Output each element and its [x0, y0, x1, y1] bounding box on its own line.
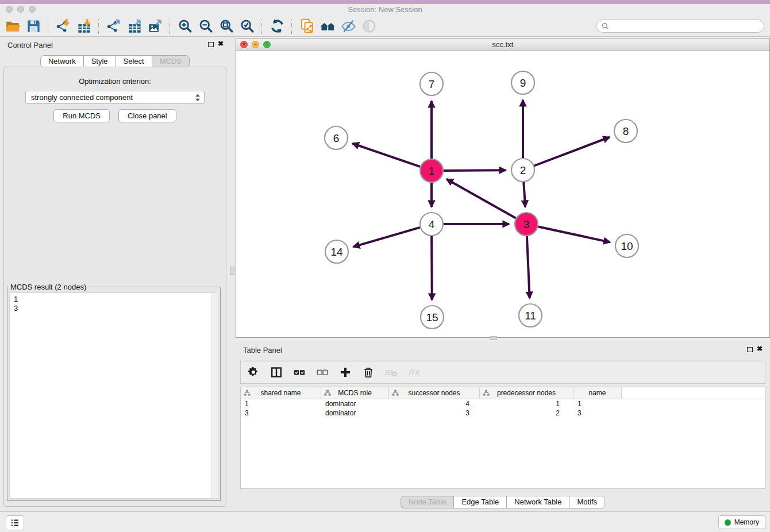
run-mcds-button[interactable]: Run MCDS	[53, 109, 110, 122]
control-panel-tabs: NetworkStyleSelectMCDS	[0, 55, 230, 68]
add-column-icon[interactable]	[338, 365, 352, 379]
import-network-icon[interactable]	[53, 18, 74, 35]
tab-style[interactable]: Style	[83, 55, 116, 68]
column-header-name[interactable]: name	[573, 387, 622, 399]
graph-node-6[interactable]: 6	[325, 126, 348, 149]
select-all-icon[interactable]	[292, 365, 306, 379]
zoom-selected-icon[interactable]	[237, 18, 257, 35]
function-icon[interactable]: f(x)	[407, 365, 421, 379]
svg-text:8: 8	[623, 125, 629, 137]
column-header-MCDS-role[interactable]: MCDS role	[321, 387, 389, 399]
close-panel-icon[interactable]: ✖	[218, 40, 224, 48]
home-icon[interactable]	[317, 18, 338, 35]
copy-view-icon[interactable]	[297, 18, 317, 35]
mcds-result-area[interactable]: 1 3	[9, 292, 218, 499]
export-table-icon[interactable]	[124, 18, 145, 35]
desktop-strip	[0, 0, 770, 4]
graph-node-8[interactable]: 8	[614, 119, 637, 142]
float-table-panel-icon[interactable]	[747, 347, 753, 352]
network-canvas[interactable]: 7968124314101511	[236, 51, 769, 337]
svg-text:4: 4	[429, 218, 435, 230]
refresh-icon[interactable]	[267, 18, 287, 35]
network-view-title: scc.txt	[236, 40, 769, 49]
graph-edge-2-8[interactable]	[534, 137, 610, 166]
svg-text:2: 2	[520, 164, 526, 176]
save-icon[interactable]	[23, 18, 44, 35]
optimization-criterion-select[interactable]: strongly connected component	[25, 91, 205, 104]
search-field[interactable]	[596, 20, 764, 33]
svg-text:14: 14	[330, 246, 343, 258]
result-scrollbar[interactable]	[211, 293, 218, 498]
graph-node-7[interactable]: 7	[420, 72, 443, 95]
toolbar-separator	[261, 19, 263, 34]
column-header-predecessor-nodes[interactable]: predecessor nodes	[480, 387, 573, 399]
show-graphics-icon[interactable]	[359, 18, 379, 35]
export-network-icon[interactable]	[103, 18, 124, 35]
graph-edge-2-3[interactable]	[523, 182, 525, 207]
svg-text:3: 3	[523, 218, 530, 230]
toolbar-separator	[48, 19, 49, 34]
gear-icon[interactable]	[247, 365, 260, 379]
split-columns-icon[interactable]	[270, 365, 283, 379]
graph-node-10[interactable]: 10	[615, 234, 638, 257]
graph-node-15[interactable]: 15	[421, 306, 444, 329]
memory-status-icon	[725, 519, 731, 526]
hide-graphics-icon[interactable]	[338, 18, 359, 35]
search-input[interactable]	[610, 21, 764, 31]
graph-node-9[interactable]: 9	[511, 71, 534, 94]
list-icon	[10, 518, 20, 528]
export-image-icon[interactable]	[145, 18, 165, 35]
tab-network-table[interactable]: Network Table	[506, 496, 569, 508]
column-type-icon	[324, 390, 331, 396]
graph-node-14[interactable]: 14	[325, 240, 348, 263]
horizontal-splitter-handle[interactable]	[490, 336, 497, 340]
main-toolbar	[0, 16, 770, 37]
tab-mcds[interactable]: MCDS	[152, 55, 190, 68]
tab-network[interactable]: Network	[40, 55, 84, 68]
graph-edge-4-14[interactable]	[353, 228, 420, 247]
graph-edge-3-11[interactable]	[527, 236, 530, 298]
mcds-result-title: MCDS result (2 nodes)	[9, 283, 88, 291]
graph-edge-1-6[interactable]	[352, 144, 420, 167]
import-table-icon[interactable]	[74, 18, 94, 35]
tab-edge-table[interactable]: Edge Table	[453, 496, 507, 508]
main-area: Control Panel ✖ NetworkStyleSelectMCDS O…	[0, 37, 770, 511]
zoom-fit-icon[interactable]	[216, 18, 237, 35]
graph-edge-4-15[interactable]	[432, 236, 432, 300]
open-folder-icon[interactable]	[2, 18, 23, 35]
delete-table-icon[interactable]	[384, 365, 398, 379]
graph-node-1[interactable]: 1	[420, 159, 443, 182]
deselect-all-icon[interactable]	[315, 365, 329, 379]
panel-splitter[interactable]	[230, 37, 236, 511]
table-row[interactable]: 3dominator323	[241, 408, 765, 418]
graph-edge-1-2[interactable]	[444, 170, 506, 171]
mcds-result-lines: 1 3	[10, 293, 218, 315]
task-history-button[interactable]	[6, 515, 24, 530]
splitter-handle-icon[interactable]	[230, 267, 234, 275]
network-window-titlebar[interactable]: × − + scc.txt	[236, 38, 769, 51]
zoom-out-icon[interactable]	[195, 18, 216, 35]
tab-motifs[interactable]: Motifs	[569, 496, 605, 508]
mcds-buttons: Run MCDS Close panel	[0, 109, 230, 122]
graph-edge-3-1[interactable]	[446, 179, 516, 218]
graph-node-11[interactable]: 11	[519, 304, 542, 327]
tab-select[interactable]: Select	[116, 55, 152, 68]
graph-node-2[interactable]: 2	[511, 159, 534, 182]
select-stepper-icon	[194, 93, 202, 102]
table-tabs: Node TableEdge TableNetwork TableMotifs	[236, 496, 770, 508]
close-table-panel-icon[interactable]: ✖	[757, 345, 763, 353]
float-panel-icon[interactable]	[208, 42, 214, 47]
tab-node-table[interactable]: Node Table	[401, 496, 455, 508]
graph-node-3[interactable]: 3	[515, 213, 538, 236]
zoom-in-icon[interactable]	[175, 18, 195, 35]
svg-text:6: 6	[333, 132, 340, 144]
graph-node-4[interactable]: 4	[420, 213, 443, 236]
memory-button[interactable]: Memory	[718, 515, 765, 529]
table-row[interactable]: 1dominator411	[241, 399, 765, 408]
graph-edge-3-10[interactable]	[538, 227, 610, 242]
svg-text:9: 9	[520, 77, 526, 89]
column-header-successor-nodes[interactable]: successor nodes	[389, 387, 480, 399]
column-header-shared-name[interactable]: shared name	[241, 387, 321, 399]
delete-column-icon[interactable]	[361, 365, 375, 379]
close-panel-button[interactable]: Close panel	[118, 109, 176, 122]
